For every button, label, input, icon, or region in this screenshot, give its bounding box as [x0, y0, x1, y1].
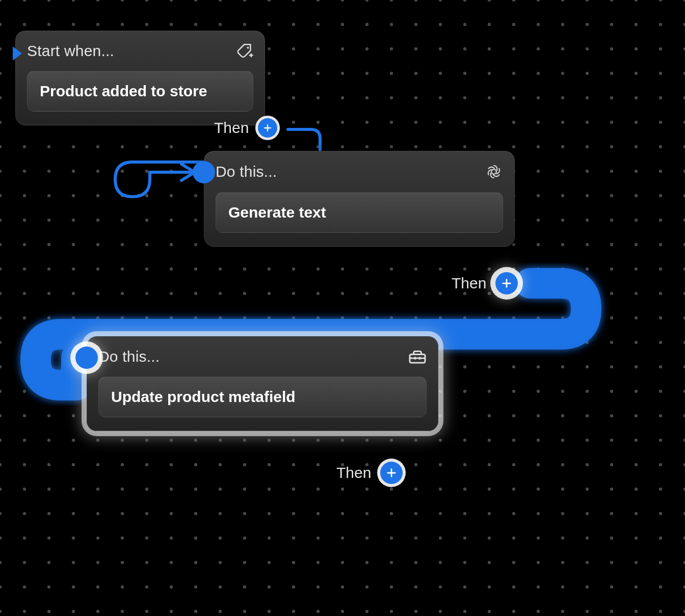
card-header-label: Do this...: [216, 163, 277, 180]
trigger-card[interactable]: Start when... Product added to store: [15, 31, 265, 125]
flow-entry-dot: [75, 346, 98, 369]
action-body-label: Generate text: [228, 204, 490, 221]
add-step-button[interactable]: [495, 272, 518, 294]
action-card-generate-text[interactable]: Do this... Generate text: [204, 151, 515, 247]
toolbox-icon: [408, 349, 427, 365]
add-step-button[interactable]: [380, 462, 403, 484]
action-body-label: Update product metafield: [111, 388, 414, 406]
tag-plus-icon: [236, 42, 253, 60]
flow-entry-dot: [193, 161, 215, 183]
then-label: Then: [336, 464, 371, 481]
openai-icon: [485, 163, 503, 181]
then-connector-2: Then: [336, 462, 403, 484]
add-step-button[interactable]: [258, 118, 277, 138]
card-header-label: Start when...: [27, 42, 114, 60]
flow-start-indicator-icon: [13, 46, 22, 61]
action-body[interactable]: Generate text: [216, 192, 503, 233]
then-connector-0: Then: [214, 118, 277, 138]
card-header-label: Do this...: [98, 348, 160, 365]
then-label: Then: [452, 275, 486, 292]
trigger-body-label: Product added to store: [40, 83, 241, 100]
trigger-body[interactable]: Product added to store: [27, 71, 253, 112]
svg-point-5: [491, 169, 496, 174]
then-label: Then: [214, 119, 249, 137]
then-connector-1: Then: [452, 272, 518, 294]
action-card-update-metafield[interactable]: Do this... Update product metafield: [87, 336, 438, 431]
action-body[interactable]: Update product metafield: [98, 377, 427, 417]
svg-point-0: [247, 47, 249, 49]
